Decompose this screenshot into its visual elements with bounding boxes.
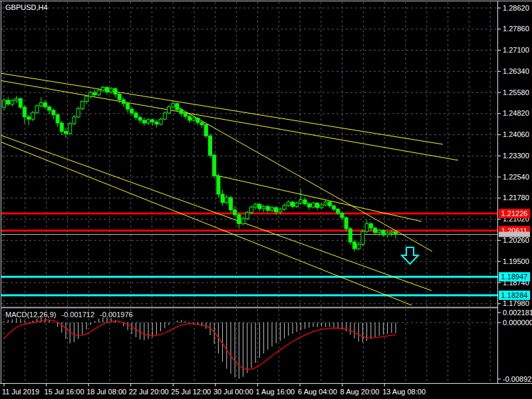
time-axis-label: 1 Aug 16:00 <box>256 388 295 396</box>
time-axis-label: 30 Jul 00:00 <box>213 388 253 396</box>
price-axis-label: 1.25580 <box>503 88 529 96</box>
terminal-chart-window: 1.286201.278601.271001.263401.255801.248… <box>0 0 532 399</box>
price-axis-label: 1.17980 <box>503 299 529 307</box>
price-axis-label: 1.22540 <box>503 173 529 181</box>
price-badge-label: 1.18284 <box>501 291 528 299</box>
macd-indicator-label: MACD(12,26,9) -0.001712 -0.001976 <box>5 311 136 319</box>
macd-signal-value: -0.001976 <box>100 311 133 319</box>
time-axis-label: 8 Aug 20:00 <box>340 388 380 396</box>
macd-main-value: -0.001712 <box>61 311 94 319</box>
time-axis-label: 15 Jul 16:00 <box>45 388 84 396</box>
price-axis-label: 1.28620 <box>503 4 529 12</box>
symbol-timeframe-label: GBPUSD,H4 <box>5 3 48 11</box>
time-axis-label: 13 Aug 08:00 <box>382 388 426 396</box>
macd-axis-label: 0.000000 <box>503 319 532 327</box>
time-axis-label: 18 Jul 08:00 <box>86 388 126 396</box>
price-axis-label: 1.27100 <box>503 46 529 54</box>
price-axis-label: 1.24820 <box>503 109 529 117</box>
macd-name-label: MACD(12,26,9) <box>5 311 56 319</box>
price-badge-label: 1.21226 <box>501 209 528 217</box>
time-axis-label: 11 Jul 2019 <box>2 388 39 396</box>
price-badge-label: 1.18947 <box>501 273 528 281</box>
time-axis-label: 22 Jul 20:00 <box>129 388 169 396</box>
price-axis-label: 1.23300 <box>503 152 529 160</box>
price-axis-label: 1.21780 <box>503 194 529 201</box>
time-axis-label: 25 Jul 12:00 <box>171 388 211 396</box>
price-axis-label: 1.20260 <box>503 236 529 244</box>
time-axis-label: 6 Aug 04:00 <box>298 388 337 396</box>
price-axis-label: 1.19500 <box>503 257 529 265</box>
price-axis-label: 1.24060 <box>503 130 529 138</box>
macd-axis-label: 0.002181 <box>503 309 532 317</box>
price-axis-label: 1.26340 <box>503 67 529 75</box>
chart-canvas[interactable]: 1.286201.278601.271001.263401.255801.248… <box>0 0 532 399</box>
price-axis-label: 1.27860 <box>503 25 529 33</box>
macd-axis-label: -0.008926 <box>503 375 532 383</box>
price-badge-current <box>499 232 530 237</box>
